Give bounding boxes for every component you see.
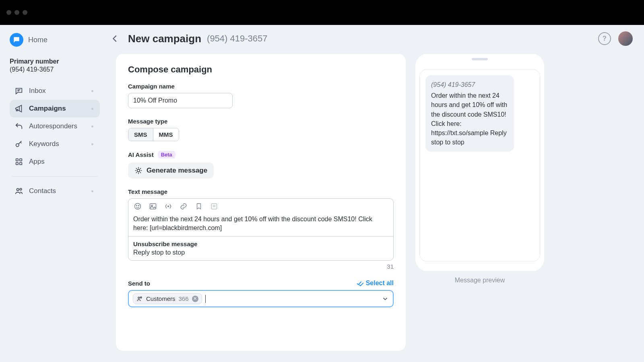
select-all-label: Select all bbox=[366, 280, 394, 287]
sparkle-icon bbox=[134, 167, 142, 175]
nav-dot bbox=[91, 90, 93, 92]
chevron-down-icon[interactable] bbox=[382, 295, 389, 302]
reply-icon bbox=[14, 122, 23, 131]
svg-rect-1 bbox=[16, 159, 19, 161]
svg-point-7 bbox=[137, 169, 140, 172]
generate-message-label: Generate message bbox=[147, 167, 207, 175]
message-type-sms[interactable]: SMS bbox=[128, 128, 153, 141]
sidebar-item-campaigns[interactable]: Campaigns bbox=[10, 100, 100, 117]
preview-column: (954) 419-3657 Order within the next 24 … bbox=[415, 54, 544, 351]
svg-rect-4 bbox=[20, 162, 22, 165]
svg-point-9 bbox=[136, 206, 137, 206]
primary-number-value: (954) 419-3657 bbox=[10, 66, 100, 73]
sidebar-item-label: Keywords bbox=[29, 140, 59, 148]
generate-message-button[interactable]: Generate message bbox=[128, 162, 214, 179]
text-message-box: Order within the next 24 hours and get 1… bbox=[128, 198, 394, 261]
page-title: New campaign bbox=[128, 33, 201, 45]
compose-title: Compose campaign bbox=[128, 64, 394, 75]
sidebar-item-inbox[interactable]: Inbox bbox=[10, 82, 100, 100]
traffic-light-close[interactable] bbox=[6, 10, 11, 15]
svg-rect-3 bbox=[16, 162, 19, 165]
megaphone-icon bbox=[14, 104, 23, 113]
svg-point-10 bbox=[138, 206, 139, 206]
contacts-icon bbox=[14, 187, 23, 195]
text-message-label: Text message bbox=[128, 188, 394, 195]
svg-rect-14 bbox=[211, 204, 217, 209]
nav-dot bbox=[91, 125, 93, 128]
merge-field-icon[interactable] bbox=[164, 202, 173, 211]
main-area: New campaign (954) 419-3657 ? Compose ca… bbox=[105, 25, 644, 362]
group-icon bbox=[136, 296, 143, 302]
back-button[interactable] bbox=[108, 31, 122, 46]
select-all-button[interactable]: Select all bbox=[356, 280, 394, 287]
svg-point-15 bbox=[138, 297, 140, 298]
check-all-icon bbox=[356, 280, 363, 287]
ai-assist-label: AI Assist bbox=[128, 151, 154, 158]
sidebar-item-label: Inbox bbox=[29, 87, 46, 95]
chip-name: Customers bbox=[146, 295, 175, 302]
help-button[interactable]: ? bbox=[598, 32, 611, 45]
logo-home[interactable]: Home bbox=[10, 33, 100, 47]
image-icon[interactable] bbox=[149, 202, 157, 211]
page-header: New campaign (954) 419-3657 ? bbox=[105, 25, 644, 54]
svg-point-16 bbox=[140, 297, 142, 298]
bubble-sender: (954) 419-3657 bbox=[431, 80, 508, 89]
chip-count: 366 bbox=[179, 295, 189, 302]
sidebar-item-autoresponders[interactable]: Autoresponders bbox=[10, 117, 100, 135]
send-to-label: Send to bbox=[128, 280, 150, 287]
sidebar: Home Primary number (954) 419-3657 Inbox… bbox=[0, 25, 105, 362]
send-to-input[interactable]: Customers 366 ✕ bbox=[128, 290, 394, 307]
message-type-label: Message type bbox=[128, 118, 394, 125]
svg-point-0 bbox=[16, 144, 19, 146]
phone-screen: (954) 419-3657 Order within the next 24 … bbox=[419, 69, 540, 261]
traffic-light-minimize[interactable] bbox=[14, 10, 19, 15]
home-label: Home bbox=[28, 36, 47, 44]
campaign-name-input[interactable] bbox=[128, 93, 233, 108]
nav-dot bbox=[91, 108, 93, 110]
link-icon[interactable] bbox=[179, 202, 188, 211]
key-icon bbox=[14, 140, 23, 148]
sidebar-item-label: Campaigns bbox=[29, 105, 66, 113]
traffic-light-zoom[interactable] bbox=[23, 10, 27, 15]
sidebar-item-keywords[interactable]: Keywords bbox=[10, 135, 100, 153]
text-cursor bbox=[205, 295, 206, 303]
svg-point-5 bbox=[17, 189, 19, 191]
emoji-icon[interactable] bbox=[133, 202, 142, 211]
svg-rect-11 bbox=[150, 204, 156, 209]
svg-rect-2 bbox=[20, 159, 22, 161]
chat-icon bbox=[14, 86, 23, 95]
sidebar-item-contacts[interactable]: Contacts bbox=[10, 182, 100, 200]
phone-mockup: (954) 419-3657 Order within the next 24 … bbox=[415, 54, 544, 271]
message-type-mms[interactable]: MMS bbox=[153, 128, 179, 141]
sidebar-item-apps[interactable]: Apps bbox=[10, 153, 100, 171]
message-type-segmented: SMS MMS bbox=[128, 128, 179, 141]
bubble-body: Order within the next 24 hours and get 1… bbox=[431, 91, 508, 147]
message-bubble: (954) 419-3657 Order within the next 24 … bbox=[425, 75, 514, 152]
sidebar-divider bbox=[12, 176, 97, 177]
svg-point-8 bbox=[135, 204, 141, 210]
sidebar-item-label: Contacts bbox=[29, 187, 56, 195]
unsubscribe-section: Unsubscribe message Reply stop to stop bbox=[128, 236, 393, 260]
char-count: 31 bbox=[128, 263, 394, 270]
unsubscribe-label: Unsubscribe message bbox=[133, 241, 388, 247]
primary-number-label: Primary number bbox=[10, 58, 100, 65]
text-message-textarea[interactable]: Order within the next 24 hours and get 1… bbox=[128, 214, 393, 236]
apps-icon bbox=[14, 157, 23, 166]
nav-dot bbox=[91, 143, 93, 145]
campaign-name-label: Campaign name bbox=[128, 83, 394, 90]
svg-point-6 bbox=[20, 188, 22, 190]
recipient-chip: Customers 366 ✕ bbox=[133, 293, 202, 304]
chip-remove-icon[interactable]: ✕ bbox=[192, 296, 198, 302]
sidebar-item-label: Apps bbox=[29, 158, 45, 166]
template-icon[interactable] bbox=[210, 202, 219, 211]
window-titlebar bbox=[0, 0, 644, 25]
bookmark-icon[interactable] bbox=[194, 202, 203, 211]
nav-dot bbox=[91, 190, 93, 192]
phone-notch bbox=[472, 58, 488, 60]
svg-point-13 bbox=[168, 206, 169, 207]
sidebar-item-label: Autoresponders bbox=[29, 122, 77, 130]
editor-toolbar bbox=[128, 199, 393, 214]
user-avatar[interactable] bbox=[618, 31, 633, 46]
preview-caption: Message preview bbox=[455, 277, 505, 284]
app-logo-icon bbox=[10, 33, 23, 47]
